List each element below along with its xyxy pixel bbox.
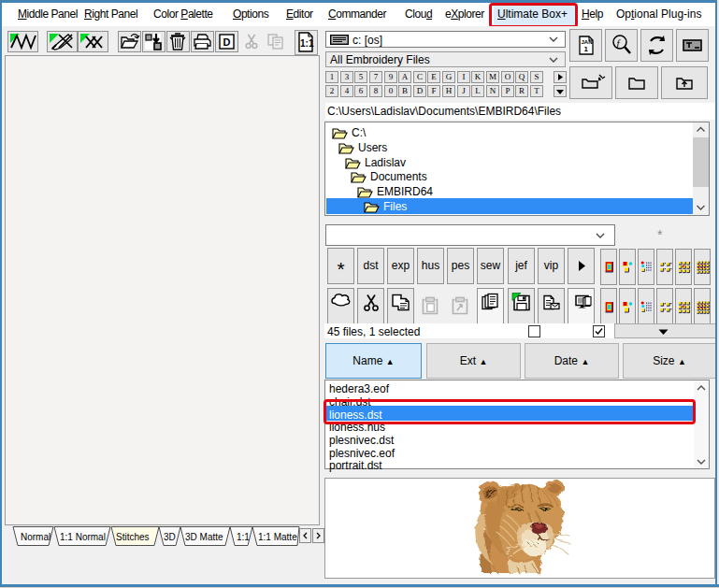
svg-text:1:1: 1:1 <box>300 38 314 49</box>
svg-text:1: 1 <box>584 45 589 53</box>
svg-text:f: f <box>617 37 622 49</box>
svg-text:1:1 Normal: 1:1 Normal <box>60 532 106 542</box>
svg-text:3D: 3D <box>164 532 176 542</box>
svg-text:Stitches: Stitches <box>116 532 150 542</box>
svg-text:1:1: 1:1 <box>237 532 250 542</box>
svg-text:Normal: Normal <box>21 532 50 542</box>
svg-text:1:1 Matte: 1:1 Matte <box>258 532 297 542</box>
svg-text:3D Matte: 3D Matte <box>185 532 223 542</box>
svg-text:D: D <box>223 36 231 48</box>
